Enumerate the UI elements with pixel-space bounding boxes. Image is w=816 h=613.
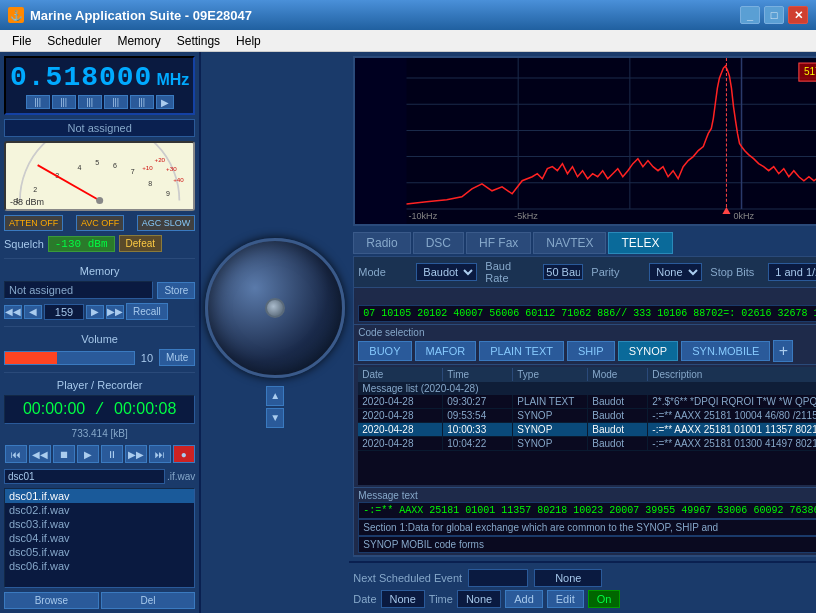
freq-btn-1[interactable]: ||| xyxy=(26,95,50,109)
code-plus-button[interactable]: + xyxy=(773,340,793,362)
freq-nav-right[interactable]: ▶ xyxy=(156,95,174,109)
decoded-text: 07 10105 20102 40007 56006 60112 71062 8… xyxy=(358,305,816,322)
msg-desc: -:=** AAXX 25181 01300 41497 80213 10078… xyxy=(648,437,816,450)
freq-buttons: ||| ||| ||| ||| ||| ▶ xyxy=(10,95,189,109)
defeat-button[interactable]: Defeat xyxy=(119,235,162,252)
file-item[interactable]: dsc05.if.wav xyxy=(5,545,194,559)
code-label: Code selection xyxy=(358,327,816,338)
memory-assigned: Not assigned xyxy=(4,281,153,299)
frequency-display: 0.518000 MHz ||| ||| ||| ||| ||| ▶ xyxy=(4,56,195,115)
msg-list[interactable]: 2020-04-28 09:30:27 PLAIN TEXT Baudot 2*… xyxy=(358,395,816,485)
msg-text-line1: -:=** AAXX 25181 01001 11357 80218 10023… xyxy=(358,502,816,519)
msg-list-section: Date Time Type Mode Description Message … xyxy=(354,365,816,488)
scheduled-event-input[interactable] xyxy=(468,569,528,587)
msg-mode: Baudot xyxy=(588,409,648,422)
player-stop[interactable]: ⏹ xyxy=(53,445,75,463)
file-item[interactable]: dsc02.if.wav xyxy=(5,503,194,517)
tab-navtex[interactable]: NAVTEX xyxy=(533,232,606,254)
dial-down-button[interactable]: ▼ xyxy=(266,408,284,428)
on-button[interactable]: On xyxy=(588,590,621,608)
msg-type: PLAIN TEXT xyxy=(513,395,588,408)
player-play[interactable]: ▶ xyxy=(77,445,99,463)
recall-button[interactable]: Recall xyxy=(126,303,168,320)
msg-row[interactable]: 2020-04-28 10:00:33 SYNOP Baudot -:=** A… xyxy=(358,423,816,437)
code-syn-mobile[interactable]: SYN.MOBILE xyxy=(681,341,770,361)
msg-row[interactable]: 2020-04-28 09:53:54 SYNOP Baudot -:=** A… xyxy=(358,409,816,423)
svg-text:9: 9 xyxy=(166,190,170,198)
minimize-button[interactable]: _ xyxy=(740,6,760,24)
volume-label: Volume xyxy=(4,333,195,345)
file-list[interactable]: dsc01.if.wav dsc02.if.wav dsc03.if.wav d… xyxy=(4,488,195,588)
msg-text-line3: SYNOP MOBIL code forms xyxy=(358,536,816,553)
msg-row[interactable]: 2020-04-28 10:04:22 SYNOP Baudot -:=** A… xyxy=(358,437,816,451)
maximize-button[interactable]: □ xyxy=(764,6,784,24)
stop-select[interactable]: 1 and 1/2 Bits xyxy=(768,263,816,281)
freq-btn-5[interactable]: ||| xyxy=(130,95,154,109)
browse-button[interactable]: Browse xyxy=(4,592,99,609)
parity-select[interactable]: None xyxy=(649,263,702,281)
atten-button[interactable]: ATTEN OFF xyxy=(4,215,63,231)
add-button[interactable]: Add xyxy=(505,590,543,608)
msg-type: SYNOP xyxy=(513,437,588,450)
player-ffwd[interactable]: ▶▶ xyxy=(125,445,147,463)
code-synop[interactable]: SYNOP xyxy=(618,341,679,361)
menu-scheduler[interactable]: Scheduler xyxy=(39,32,109,50)
type-row: Currently decoded message Type SYNOP xyxy=(358,290,816,305)
msg-desc: -:=** AAXX 25181 01001 11357 80218 10023… xyxy=(648,423,816,436)
file-item[interactable]: dsc01.if.wav xyxy=(5,489,194,503)
file-item[interactable]: dsc04.if.wav xyxy=(5,531,194,545)
scheduled-area: Next Scheduled Event None Date None Time… xyxy=(353,569,816,608)
agc-button[interactable]: AGC SLOW xyxy=(137,215,196,231)
memory-number[interactable]: 159 xyxy=(44,304,84,320)
menu-help[interactable]: Help xyxy=(228,32,269,50)
player-skip-back[interactable]: ⏮ xyxy=(5,445,27,463)
mem-next-next[interactable]: ▶▶ xyxy=(106,305,124,319)
freq-btn-4[interactable]: ||| xyxy=(104,95,128,109)
menu-file[interactable]: File xyxy=(4,32,39,50)
volume-slider[interactable] xyxy=(4,351,135,365)
freq-btn-2[interactable]: ||| xyxy=(52,95,76,109)
close-button[interactable]: ✕ xyxy=(788,6,808,24)
del-button[interactable]: Del xyxy=(101,592,196,609)
mute-button[interactable]: Mute xyxy=(159,349,195,366)
file-item[interactable]: dsc03.if.wav xyxy=(5,517,194,531)
code-ship[interactable]: SHIP xyxy=(567,341,615,361)
msg-type: SYNOP xyxy=(513,409,588,422)
menu-memory[interactable]: Memory xyxy=(109,32,168,50)
tab-radio[interactable]: Radio xyxy=(353,232,410,254)
msg-row[interactable]: 2020-04-28 09:30:27 PLAIN TEXT Baudot 2*… xyxy=(358,395,816,409)
spectrum-svg: 0dB -20dB -40dB -60dB -80dB -100dB -10kH… xyxy=(355,58,816,224)
file-item[interactable]: dsc06.if.wav xyxy=(5,559,194,573)
store-button[interactable]: Store xyxy=(157,282,195,299)
mem-prev-prev[interactable]: ◀◀ xyxy=(4,305,22,319)
tab-hf-fax[interactable]: HF Fax xyxy=(466,232,531,254)
baud-input[interactable] xyxy=(543,264,583,280)
player-rewind[interactable]: ◀◀ xyxy=(29,445,51,463)
scheduled-row2: Date None Time None Add Edit On xyxy=(353,590,816,608)
edit-button[interactable]: Edit xyxy=(547,590,584,608)
svg-text:5: 5 xyxy=(95,159,99,167)
avc-button[interactable]: AVC OFF xyxy=(76,215,124,231)
code-buoy[interactable]: BUOY xyxy=(358,341,411,361)
app-icon: ⚓ xyxy=(8,7,24,23)
tab-dsc[interactable]: DSC xyxy=(413,232,464,254)
player-filename-input[interactable] xyxy=(4,469,165,484)
svg-text:-10kHz: -10kHz xyxy=(409,211,438,221)
player-record[interactable]: ● xyxy=(173,445,195,463)
code-mafor[interactable]: MAFOR xyxy=(415,341,477,361)
player-pause[interactable]: ⏸ xyxy=(101,445,123,463)
stop-label: Stop Bits xyxy=(710,266,760,278)
mem-prev[interactable]: ◀ xyxy=(24,305,42,319)
tuning-dial[interactable] xyxy=(205,238,345,378)
dial-up-button[interactable]: ▲ xyxy=(266,386,284,406)
memory-label: Memory xyxy=(4,265,195,277)
window-controls: _ □ ✕ xyxy=(740,6,808,24)
player-skip-fwd[interactable]: ⏭ xyxy=(149,445,171,463)
msg-time: 09:30:27 xyxy=(443,395,513,408)
freq-btn-3[interactable]: ||| xyxy=(78,95,102,109)
menu-settings[interactable]: Settings xyxy=(169,32,228,50)
code-plain-text[interactable]: PLAIN TEXT xyxy=(479,341,564,361)
mem-next[interactable]: ▶ xyxy=(86,305,104,319)
tab-telex[interactable]: TELEX xyxy=(608,232,672,254)
mode-select[interactable]: Baudot xyxy=(416,263,477,281)
